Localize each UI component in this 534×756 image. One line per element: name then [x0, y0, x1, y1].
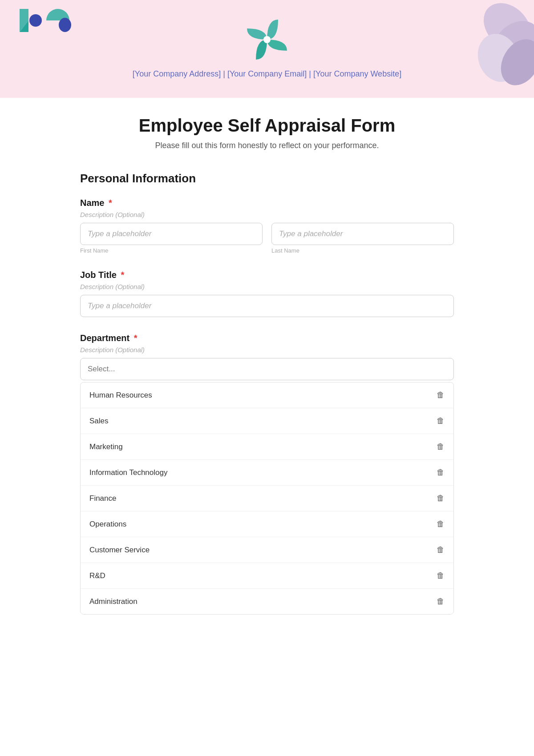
main-content: Employee Self Appraisal Form Please fill…	[53, 98, 481, 657]
last-name-wrapper: Last Name	[271, 223, 454, 254]
deco-flower	[454, 0, 534, 89]
dept-option-customer-service[interactable]: Customer Service 🗑	[81, 537, 453, 563]
delete-rd-icon[interactable]: 🗑	[437, 571, 445, 580]
svg-point-0	[29, 14, 42, 27]
last-name-input[interactable]	[271, 223, 454, 245]
delete-customer-service-icon[interactable]: 🗑	[437, 545, 445, 555]
logo-hourglass-icon	[18, 9, 43, 32]
dept-option-marketing[interactable]: Marketing 🗑	[81, 434, 453, 460]
section-personal-info-title: Personal Information	[80, 172, 454, 185]
dept-option-it[interactable]: Information Technology 🗑	[81, 460, 453, 486]
form-subtitle: Please fill out this form honestly to re…	[80, 141, 454, 150]
delete-administration-icon[interactable]: 🗑	[437, 597, 445, 606]
field-department: Department * Description (Optional) Huma…	[80, 333, 454, 615]
flower-icon	[454, 0, 534, 89]
dept-option-label: R&D	[89, 571, 105, 580]
company-info-text: [Your Company Address] | [Your Company E…	[133, 69, 401, 78]
delete-it-icon[interactable]: 🗑	[437, 468, 445, 477]
field-name-label: Name *	[80, 198, 454, 208]
delete-operations-icon[interactable]: 🗑	[437, 519, 445, 529]
form-title: Employee Self Appraisal Form	[80, 116, 454, 136]
dept-option-label: Human Resources	[89, 391, 152, 400]
first-name-wrapper: First Name	[80, 223, 263, 254]
svg-point-2	[263, 36, 271, 43]
job-title-input[interactable]	[80, 295, 454, 317]
dept-option-human-resources[interactable]: Human Resources 🗑	[81, 382, 453, 408]
first-name-input[interactable]	[80, 223, 263, 245]
logo-shapes-icon	[44, 9, 71, 32]
required-indicator-dept: *	[134, 333, 138, 343]
dept-option-label: Marketing	[89, 442, 123, 451]
dept-option-label: Finance	[89, 494, 116, 503]
field-job-title-description: Description (Optional)	[80, 283, 454, 290]
delete-sales-icon[interactable]: 🗑	[437, 416, 445, 426]
dept-option-rd[interactable]: R&D 🗑	[81, 563, 453, 589]
first-name-sublabel: First Name	[80, 247, 263, 254]
dept-option-label: Sales	[89, 417, 109, 426]
delete-human-resources-icon[interactable]: 🗑	[437, 390, 445, 400]
dept-option-label: Customer Service	[89, 546, 150, 555]
logo-center	[27, 11, 507, 64]
dept-option-finance[interactable]: Finance 🗑	[81, 486, 453, 511]
field-department-label: Department *	[80, 333, 454, 343]
logo-left	[18, 9, 71, 32]
dept-option-label: Administration	[89, 597, 138, 606]
field-department-description: Description (Optional)	[80, 346, 454, 354]
required-indicator-job: *	[121, 270, 124, 280]
pinwheel-icon	[243, 15, 291, 64]
field-name: Name * Description (Optional) First Name…	[80, 198, 454, 254]
company-info: [Your Company Address] | [Your Company E…	[27, 69, 507, 79]
last-name-sublabel: Last Name	[271, 247, 454, 254]
field-name-description: Description (Optional)	[80, 211, 454, 218]
field-job-title: Job Title * Description (Optional)	[80, 270, 454, 317]
required-indicator: *	[109, 198, 112, 208]
dept-option-label: Information Technology	[89, 468, 167, 477]
field-job-title-label: Job Title *	[80, 270, 454, 280]
svg-point-1	[59, 18, 71, 32]
delete-finance-icon[interactable]: 🗑	[437, 494, 445, 503]
department-select-input[interactable]	[80, 358, 454, 380]
department-select-wrapper	[80, 358, 454, 380]
delete-marketing-icon[interactable]: 🗑	[437, 442, 445, 451]
dept-option-label: Operations	[89, 520, 126, 529]
dept-option-sales[interactable]: Sales 🗑	[81, 408, 453, 434]
dept-option-operations[interactable]: Operations 🗑	[81, 511, 453, 537]
dept-option-administration[interactable]: Administration 🗑	[81, 589, 453, 614]
header: [Your Company Address] | [Your Company E…	[0, 0, 534, 98]
department-options-list: Human Resources 🗑 Sales 🗑 Marketing 🗑 In…	[80, 382, 454, 615]
name-input-row: First Name Last Name	[80, 223, 454, 254]
